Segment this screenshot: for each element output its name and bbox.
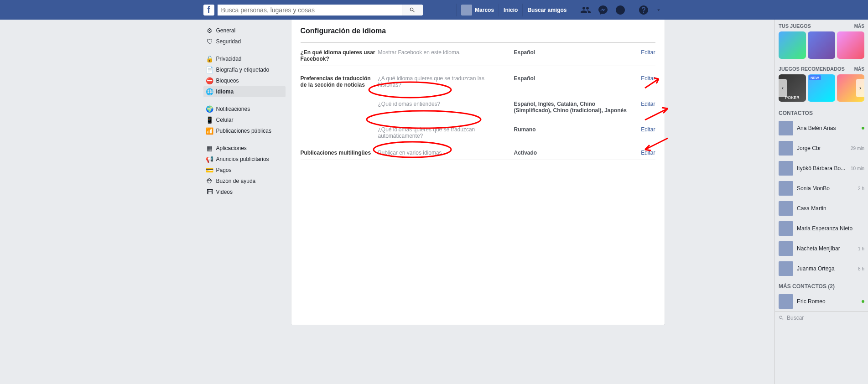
dropdown-icon[interactable] — [655, 5, 662, 16]
avatar — [461, 5, 472, 16]
sidebar-icon: 🛡 — [206, 38, 213, 45]
contact-item[interactable]: Maria Esperanza Nieto — [775, 218, 868, 239]
sidebar-item-idioma[interactable]: 🌐Idioma — [203, 86, 286, 97]
setting-desc: ¿Qué idiomas entiendes? — [378, 101, 514, 114]
new-badge: NEW — [809, 75, 821, 80]
setting-label — [301, 126, 378, 139]
setting-label: Preferencias de traducción de la sección… — [301, 75, 378, 88]
game-tile[interactable] — [837, 31, 864, 59]
setting-row: ¿Qué idiomas quieres que se traduzcan au… — [301, 117, 655, 143]
carousel-prev-icon[interactable]: ‹ — [779, 79, 787, 97]
contact-item[interactable]: Casa Martin — [775, 198, 868, 218]
sidebar-icon: 🌐 — [206, 88, 213, 95]
setting-label: ¿En qué idioma quieres usar Facebook? — [301, 49, 378, 62]
contact-name: Ityökö Bárbara Bo... — [797, 165, 851, 171]
contact-name: Sonia MonBo — [797, 185, 858, 192]
avatar — [779, 294, 793, 309]
sidebar-item-celular[interactable]: 📱Celular — [203, 114, 286, 125]
search-input[interactable] — [218, 5, 402, 16]
sidebar-item-seguridad[interactable]: 🛡Seguridad — [203, 36, 286, 47]
edit-link[interactable]: Editar — [633, 126, 655, 139]
sidebar-icon: ⚙ — [206, 27, 213, 34]
sidebar-item-label: Privacidad — [216, 56, 242, 62]
sidebar-icon: 🔒 — [206, 55, 213, 62]
messenger-icon[interactable] — [598, 5, 608, 16]
setting-desc: ¿Qué idiomas quieres que se traduzcan au… — [378, 126, 514, 139]
sidebar-item-buzón-de-ayuda[interactable]: ⛑Buzón de ayuda — [203, 176, 286, 187]
setting-label — [301, 101, 378, 114]
contact-item[interactable]: Nacheta Menjíbar1 h — [775, 239, 868, 259]
sidebar-item-bloqueos[interactable]: ⛔Bloqueos — [203, 75, 286, 86]
your-games-header: TUS JUEGOS — [779, 23, 811, 29]
contact-status: 29 min — [851, 146, 864, 151]
contact-status: 1 h — [858, 246, 864, 251]
sidebar-item-label: Celular — [216, 117, 234, 123]
page-title: Configuración de idioma — [301, 27, 655, 43]
facebook-logo-icon[interactable]: f — [203, 5, 214, 16]
edit-link[interactable]: Editar — [633, 150, 655, 156]
more-games-link[interactable]: MÁS — [854, 24, 864, 29]
sidebar-item-label: Idioma — [216, 88, 234, 95]
setting-row: Preferencias de traducción de la sección… — [301, 66, 655, 92]
contact-item[interactable]: Sonia MonBo2 h — [775, 178, 868, 198]
setting-desc: Publicar en varios idiomas — [378, 150, 514, 156]
edit-link[interactable]: Editar — [633, 49, 655, 62]
sidebar-item-videos[interactable]: 🎞Videos — [203, 187, 286, 197]
game-tile[interactable] — [779, 31, 806, 59]
sidebar-icon: 📱 — [206, 116, 213, 124]
sidebar-item-label: General — [216, 27, 236, 34]
contact-name: Casa Martin — [797, 205, 864, 212]
contact-item[interactable]: Eric Romeo — [775, 291, 868, 311]
sidebar-icon: 📄 — [206, 66, 213, 73]
edit-link[interactable]: Editar — [633, 75, 655, 88]
contact-name: Juanma Ortega — [797, 265, 858, 272]
sidebar-item-notificaciones[interactable]: 🌍Notificaciones — [203, 104, 286, 114]
sidebar-item-anuncios-publicitarios[interactable]: 📢Anuncios publicitarios — [203, 154, 286, 165]
profile-name: Marcos — [475, 7, 494, 13]
search-button[interactable] — [402, 5, 423, 16]
contact-status: 2 h — [858, 186, 864, 191]
setting-value: Rumano — [514, 126, 633, 139]
home-link[interactable]: Inicio — [499, 4, 522, 16]
chat-search[interactable]: Buscar — [775, 311, 868, 324]
contact-name: Eric Romeo — [797, 298, 862, 305]
game-tile[interactable] — [808, 31, 835, 59]
friend-requests-icon[interactable] — [580, 5, 591, 16]
sidebar-item-label: Anuncios publicitarios — [216, 156, 269, 162]
more-rec-link[interactable]: MÁS — [854, 67, 864, 72]
sidebar-item-label: Videos — [216, 189, 233, 195]
game-tile[interactable]: NEW — [808, 74, 835, 102]
sidebar-item-publicaciones-públicas[interactable]: 📶Publicaciones públicas — [203, 125, 286, 136]
setting-row: ¿En qué idioma quieres usar Facebook? Mo… — [301, 43, 655, 66]
recommended-games-header: JUEGOS RECOMENDADOS — [779, 66, 845, 72]
avatar — [779, 221, 793, 236]
sidebar-item-aplicaciones[interactable]: ▦Aplicaciones — [203, 143, 286, 154]
contact-item[interactable]: Ana Belén Arias — [775, 118, 868, 138]
sidebar-item-pagos[interactable]: 💳Pagos — [203, 165, 286, 176]
search-container — [218, 5, 423, 16]
avatar — [779, 201, 793, 216]
online-indicator-icon — [862, 127, 864, 130]
right-sidebar: TUS JUEGOS MÁS JUEGOS RECOMENDADOS MÁS P… — [774, 20, 868, 325]
notifications-icon[interactable] — [615, 5, 626, 16]
contact-item[interactable]: Juanma Ortega8 h — [775, 259, 868, 279]
help-icon[interactable] — [638, 5, 649, 16]
sidebar-item-label: Seguridad — [216, 38, 241, 45]
avatar — [779, 241, 793, 256]
sidebar-item-label: Biografía y etiquetado — [216, 67, 270, 73]
contact-item[interactable]: Jorge Cbr29 min — [775, 138, 868, 158]
settings-sidebar: ⚙General🛡Seguridad 🔒Privacidad📄Biografía… — [203, 20, 286, 325]
sidebar-item-biografía-y-etiquetado[interactable]: 📄Biografía y etiquetado — [203, 64, 286, 75]
setting-value: Español — [514, 75, 633, 88]
avatar — [779, 141, 793, 156]
find-friends-link[interactable]: Buscar amigos — [522, 4, 571, 16]
sidebar-item-general[interactable]: ⚙General — [203, 25, 286, 36]
setting-label: Publicaciones multilingües — [301, 150, 378, 156]
contact-name: Ana Belén Arias — [797, 125, 862, 131]
sidebar-item-privacidad[interactable]: 🔒Privacidad — [203, 53, 286, 64]
edit-link[interactable]: Editar — [633, 101, 655, 114]
sidebar-item-label: Publicaciones públicas — [216, 128, 271, 134]
contact-item[interactable]: Ityökö Bárbara Bo...10 min — [775, 158, 868, 178]
carousel-next-icon[interactable]: › — [856, 79, 864, 97]
profile-link[interactable]: Marcos — [456, 4, 499, 16]
